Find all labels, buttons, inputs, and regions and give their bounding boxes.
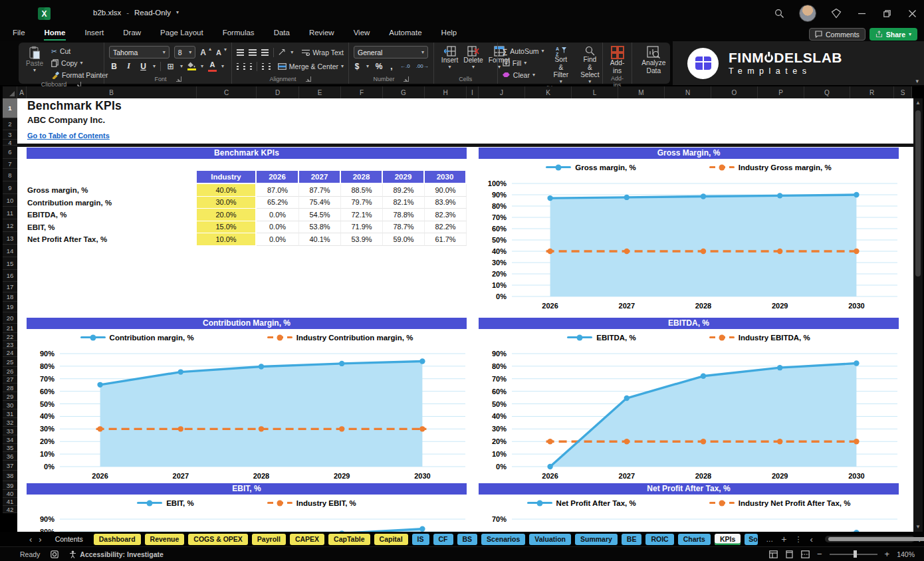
- column-header-K[interactable]: K: [525, 86, 572, 98]
- fill-button[interactable]: Fill▾: [503, 57, 544, 68]
- align-center-icon[interactable]: [243, 63, 245, 70]
- align-middle-icon[interactable]: [249, 49, 256, 56]
- scroll-up-icon[interactable]: ▲: [915, 98, 921, 108]
- sheet-tab-valuation[interactable]: Valuation: [529, 534, 571, 545]
- page-break-view-icon[interactable]: [801, 550, 810, 558]
- chart-gross-margin[interactable]: Gross Margin, %Gross margin, %Industry G…: [479, 148, 899, 312]
- kpi-value-cell[interactable]: 88.5%: [341, 184, 383, 197]
- column-header-D[interactable]: D: [257, 86, 299, 98]
- row-header-31[interactable]: 31: [3, 409, 17, 418]
- column-header-B[interactable]: B: [27, 86, 197, 98]
- row-header-39[interactable]: 39: [3, 481, 17, 490]
- underline-button[interactable]: U: [138, 62, 148, 71]
- font-color-button[interactable]: A: [208, 60, 217, 72]
- kpi-value-cell[interactable]: 78.7%: [383, 221, 425, 234]
- kpi-value-cell[interactable]: 65.2%: [257, 197, 299, 209]
- select-all-corner[interactable]: [3, 86, 17, 98]
- chart-ebitda[interactable]: EBITDA, %EBITDA, %Industry EBITDA, %90%8…: [479, 318, 899, 483]
- kpi-value-cell[interactable]: 82.3%: [425, 209, 467, 221]
- kpi-industry-cell[interactable]: 20.0%: [197, 209, 257, 221]
- copy-button[interactable]: Copy▾: [51, 57, 108, 68]
- menu-tab-insert[interactable]: Insert: [84, 27, 104, 39]
- kpi-row-label[interactable]: EBITDA, %: [27, 209, 193, 221]
- alignment-dialog-launcher[interactable]: [306, 76, 311, 82]
- kpi-value-cell[interactable]: 71.9%: [341, 221, 383, 234]
- row-header-34[interactable]: 34: [3, 435, 17, 444]
- column-header-G[interactable]: G: [383, 86, 425, 98]
- row-header-35[interactable]: 35: [3, 444, 17, 452]
- normal-view-icon[interactable]: [769, 550, 778, 558]
- row-header-24[interactable]: 24: [3, 348, 17, 357]
- vertical-scrollbar[interactable]: ▲ ▼: [913, 98, 923, 532]
- row-header-28[interactable]: 28: [3, 384, 17, 392]
- column-header-F[interactable]: F: [341, 86, 383, 98]
- row-header-11[interactable]: 11: [3, 207, 17, 219]
- sheet-tab-contents[interactable]: Contents: [49, 534, 90, 545]
- sheet-tab-captable[interactable]: CapTable: [328, 534, 370, 545]
- more-sheets-icon[interactable]: …: [766, 535, 773, 543]
- kpi-value-cell[interactable]: 90.0%: [425, 184, 467, 197]
- kpi-value-cell[interactable]: 82.2%: [425, 221, 467, 234]
- bold-button[interactable]: B: [109, 62, 119, 71]
- column-header-H[interactable]: H: [425, 86, 467, 98]
- row-header-38[interactable]: 38: [3, 471, 17, 481]
- chart-ebit[interactable]: EBIT, %EBIT, %Industry EBIT, %90%80%70%6…: [27, 483, 467, 532]
- kpi-value-cell[interactable]: 82.1%: [383, 197, 425, 209]
- addins-button[interactable]: Add-ins: [608, 45, 628, 74]
- row-header-21[interactable]: 21: [3, 324, 17, 333]
- row-header-16[interactable]: 16: [3, 270, 17, 282]
- minimize-button[interactable]: [856, 8, 867, 19]
- close-button[interactable]: [907, 8, 917, 19]
- page-layout-view-icon[interactable]: [785, 550, 794, 558]
- decrease-indent-icon[interactable]: [262, 63, 264, 70]
- sheet-options-icon[interactable]: ⋮: [794, 535, 802, 544]
- currency-format-button[interactable]: $: [354, 62, 360, 71]
- sheet-tab-summary[interactable]: Summary: [575, 534, 618, 545]
- column-header-Q[interactable]: Q: [804, 86, 850, 98]
- kpi-value-cell[interactable]: 59.0%: [383, 233, 425, 246]
- kpi-industry-cell[interactable]: 40.0%: [197, 184, 257, 197]
- wrap-text-button[interactable]: Wrap Text: [302, 47, 344, 58]
- align-top-icon[interactable]: [237, 49, 244, 56]
- sheet-tab-payroll[interactable]: Payroll: [252, 534, 286, 545]
- clear-button[interactable]: Clear▾: [503, 69, 544, 80]
- zoom-out-button[interactable]: −: [817, 549, 822, 559]
- kpi-value-cell[interactable]: 53.8%: [299, 221, 341, 234]
- cut-button[interactable]: ✂Cut: [51, 45, 108, 56]
- row-header-2[interactable]: 2: [3, 118, 17, 130]
- row-header-14[interactable]: 14: [3, 245, 17, 257]
- row-header-13[interactable]: 13: [3, 232, 17, 245]
- kpi-row-label[interactable]: Net Profit After Tax, %: [27, 233, 193, 246]
- sheet-tab-scenarios[interactable]: Scenarios: [481, 534, 525, 545]
- restore-button[interactable]: [881, 8, 892, 19]
- kpi-industry-cell[interactable]: 10.0%: [197, 233, 257, 246]
- paste-button[interactable]: Paste ▾: [23, 45, 46, 80]
- row-header-26[interactable]: 26: [3, 367, 17, 376]
- sheet-cells[interactable]: Benchmark KPIs ABC Company Inc. Go to Ta…: [17, 98, 913, 532]
- increase-indent-icon[interactable]: [269, 63, 271, 70]
- row-header-25[interactable]: 25: [3, 357, 17, 367]
- align-bottom-icon[interactable]: [261, 49, 269, 56]
- borders-button[interactable]: ⊞: [166, 62, 175, 71]
- kpi-value-cell[interactable]: 0.0%: [257, 209, 299, 221]
- grow-font-button[interactable]: A▴: [200, 47, 211, 58]
- delete-cells-button[interactable]: Delete▾: [461, 45, 485, 70]
- format-painter-button[interactable]: Format Painter: [51, 69, 108, 80]
- tab-scroll-left-icon[interactable]: ‹: [29, 534, 32, 544]
- sheet-tab-is[interactable]: IS: [412, 534, 429, 545]
- search-icon[interactable]: [774, 9, 784, 19]
- user-avatar[interactable]: [799, 5, 816, 22]
- scroll-down-icon[interactable]: ▼: [915, 522, 921, 532]
- kpi-col-header-industry[interactable]: Industry: [197, 171, 257, 183]
- share-button[interactable]: Share ▾: [869, 28, 917, 41]
- align-right-icon[interactable]: [250, 63, 252, 70]
- vertical-scroll-thumb[interactable]: [915, 110, 921, 277]
- new-sheet-button[interactable]: +: [781, 534, 786, 544]
- kpi-value-cell[interactable]: 0.0%: [257, 221, 299, 234]
- row-header-29[interactable]: 29: [3, 392, 17, 401]
- merge-center-button[interactable]: Merge & Center▾: [278, 60, 344, 72]
- row-header-19[interactable]: 19: [3, 302, 17, 312]
- tab-scroll-right-icon[interactable]: ›: [39, 534, 41, 544]
- fill-color-button[interactable]: [187, 62, 196, 70]
- column-header-A[interactable]: A: [17, 86, 27, 98]
